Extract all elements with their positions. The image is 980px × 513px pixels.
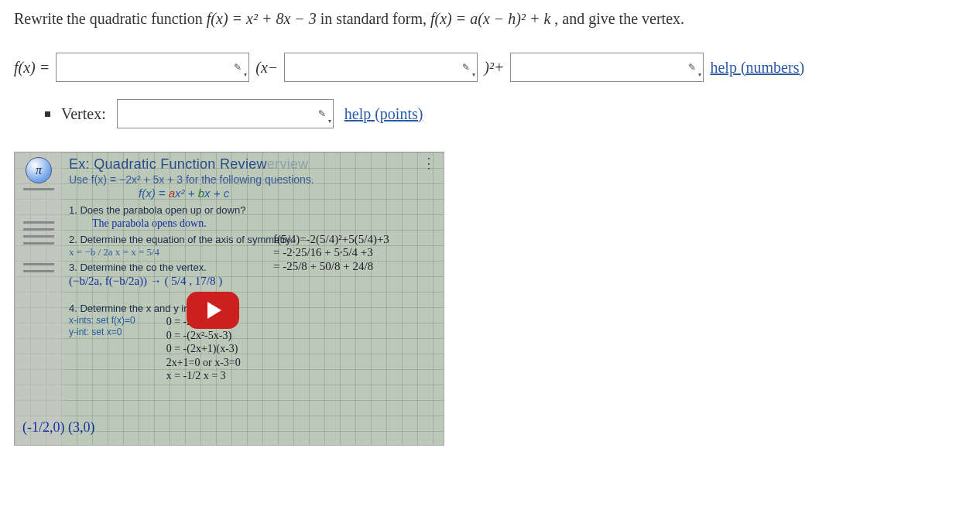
standard-form: f(x) = a(x − h)² + k [430,10,550,27]
video-eq4: 2x+1=0 or x-3=0 [166,356,241,370]
vertex-label: Vertex: [61,105,106,123]
input-vertex[interactable] [118,100,333,128]
close-paren: )²+ [484,59,504,77]
input-a[interactable] [57,53,248,81]
pi-icon: π [26,157,52,183]
question-suffix: , and give the vertex. [554,10,684,27]
video-side3: = -25/8 + 50/8 + 24/8 [273,260,436,273]
question-text: Rewrite the quadratic function f(x) = x²… [14,6,966,31]
play-button-icon[interactable] [187,292,239,329]
pencil-icon[interactable]: ✎ [684,60,700,75]
video-step4: 4. Determine the x and y intercepts. [69,303,439,315]
question-prefix: Rewrite the quadratic function [14,10,207,27]
vertex-row: Vertex: ✎ help (points) [45,99,966,128]
pencil-icon[interactable]: ✎ [230,60,245,75]
video-side2: = -2·25/16 + 5·5/4 +3 [273,246,436,259]
side-dash [23,188,54,190]
open-paren: (x− [255,59,278,77]
bullet-icon [45,111,50,117]
side-dash [23,221,54,224]
video-step1: 1. Does the parabola open up or down? [69,204,439,217]
input-vertex-box[interactable]: ✎ [117,99,334,128]
question-mid: in standard form, [320,10,430,27]
help-points-link[interactable]: help (points) [344,105,423,123]
fx-definition: f(x) = x² + 8x − 3 [207,10,317,27]
help-numbers-link[interactable]: help (numbers) [710,59,804,77]
video-line3a: (−b/2a, f(−b/2a)) → ( 5/4 , 17/8 ) [69,274,439,289]
video-hand1: The parabola opens down. [92,217,439,231]
video-side1: f(5/4)=-2(5/4)²+5(5/4)+3 [273,233,436,246]
answer-row: f(x) = ✎ (x− ✎ )²+ ✎ help (numbers) [14,53,966,82]
video-xints: x-ints: set f(x)=0 [69,315,135,327]
input-h-box[interactable]: ✎ [284,53,478,82]
side-dash [23,235,54,238]
side-dash [23,228,54,231]
video-eq5: x = -1/2 x = 3 [166,369,241,383]
video-eq3: 0 = -(2x+1)(x-3) [166,342,241,356]
input-a-box[interactable]: ✎ [56,53,249,82]
input-h[interactable] [285,53,477,81]
input-k-box[interactable]: ✎ [510,53,704,82]
video-content: Ex: Quadratic Function Reviewerview Use … [69,156,439,442]
pencil-icon[interactable]: ✎ [458,60,474,75]
video-formula: f(x) = ax² + bx + c [139,186,439,201]
input-k[interactable] [511,53,703,81]
video-sidebar: π [15,152,63,445]
video-yints: y-int: set x=0 [69,327,135,338]
video-side-work: f(5/4)=-2(5/4)²+5(5/4)+3 = -2·25/16 + 5·… [273,233,436,273]
video-eq2: 0 = -(2x²-5x-3) [166,329,241,343]
side-dash [23,263,54,265]
video-bottom-coord: (-1/2,0) (3,0) [22,419,94,436]
side-dash [23,270,54,272]
pencil-icon[interactable]: ✎ [314,106,330,121]
video-embed[interactable]: π ⋮ Ex: Quadratic Function Reviewerview … [14,152,444,446]
fx-equals: f(x) = [14,59,50,77]
side-dash [23,242,54,245]
video-title: Ex: Quadratic Function Reviewerview [69,156,439,173]
video-subtitle: Use f(x) = −2x² + 5x + 3 for the followi… [69,173,439,187]
